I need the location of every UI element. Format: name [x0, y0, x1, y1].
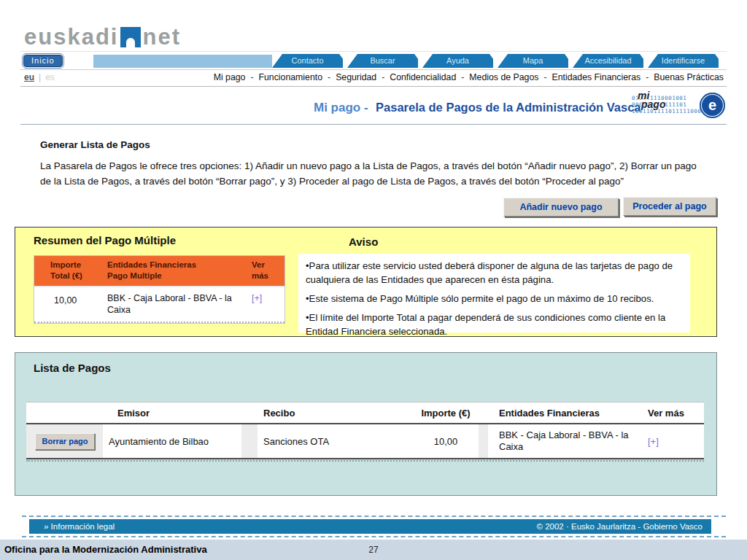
- header-importe: Importe (€): [406, 408, 486, 419]
- intro-paragraph: La Pasarela de Pagos le ofrece tres opci…: [40, 158, 704, 189]
- menu-separator: -: [382, 72, 384, 82]
- dashed-divider: [22, 536, 726, 537]
- logo-text-net: net: [142, 26, 181, 48]
- cell-recibo: Sanciones OTA: [252, 436, 406, 447]
- divider: [20, 86, 727, 87]
- dotted-divider: [26, 460, 704, 462]
- aviso-bullet: •Para utilizar este servicio usted deber…: [306, 259, 683, 287]
- divider: [20, 51, 727, 52]
- tab-accesibilidad[interactable]: Accesibilidad: [573, 54, 643, 68]
- header-importe-total: Importe Total (€): [34, 260, 107, 281]
- page-number: 27: [0, 540, 747, 560]
- cell-entidades: BBK - Caja Laboral - BBVA - la Caixa: [486, 429, 639, 453]
- menu-item-funcionamiento[interactable]: Funcionamiento: [259, 72, 323, 82]
- page-title: Mi pago - Pasarela de Pagos de la Admini…: [314, 101, 641, 115]
- nav-tabs: Contacto Buscar Ayuda Mapa Accesibilidad…: [272, 54, 719, 68]
- cell-importe: 10,00: [406, 436, 486, 447]
- lista-title: Lista de Pagos: [34, 362, 111, 374]
- divider: [20, 124, 727, 125]
- header-emisor: Emisor: [103, 408, 252, 419]
- lista-table-row: Borrar pago Ayuntamiento de Bilbao Sanci…: [26, 424, 704, 458]
- header-entidades-financieras: Entidades Financieras Pago Multiple: [107, 260, 246, 281]
- footer-bar: » Información legal © 2002 · Eusko Jaurl…: [29, 519, 711, 534]
- aviso-bullet: •Este sistema de Pago Múltiple sólo perm…: [306, 292, 683, 306]
- menu-separator: -: [328, 72, 330, 82]
- menu-separator: -: [461, 72, 464, 82]
- menu-row: eu|es Mi pago-Funcionamiento-Seguridad-C…: [24, 72, 724, 82]
- menu-item-confidencialidad[interactable]: Confidencialidad: [390, 72, 456, 82]
- page-title-prefix: Mi pago -: [314, 101, 368, 114]
- menu-item-entidades-financieras[interactable]: Entidades Financieras: [552, 72, 641, 82]
- ver-mas-link[interactable]: [+]: [648, 436, 659, 447]
- header-ver-mas: Ver más: [246, 260, 279, 281]
- home-button-label: Inicio: [23, 55, 63, 67]
- page-title-text: Pasarela de Pagos de la Administración V…: [376, 101, 640, 114]
- cell-emisor: Ayuntamiento de Bilbao: [103, 436, 252, 447]
- tab-mapa[interactable]: Mapa: [498, 54, 568, 68]
- aviso-bullet: •El límite del Importe Total a pagar dep…: [306, 311, 683, 338]
- lista-table-header: Emisor Recibo Importe (€) Entidades Fina…: [26, 402, 704, 424]
- resumen-title: Resumen del Pago Múltiple: [34, 234, 176, 246]
- menu-item-mi-pago[interactable]: Mi pago: [214, 72, 246, 82]
- legal-info-link[interactable]: » Información legal: [44, 522, 115, 531]
- delete-payment-button[interactable]: Borrar pago: [35, 433, 95, 450]
- search-input[interactable]: [93, 55, 272, 68]
- header-ver-mas: Ver más: [639, 408, 704, 419]
- house-icon: [120, 27, 141, 47]
- cell-entidades: BBK - Caja Laboral - BBVA - la Caixa: [107, 292, 246, 316]
- ver-mas-link[interactable]: [+]: [252, 293, 262, 303]
- house-arch: [126, 38, 135, 47]
- language-es-link[interactable]: es: [45, 72, 55, 82]
- cell-gap: [241, 424, 258, 458]
- cell-gap: [479, 424, 488, 458]
- aviso-title: Aviso: [349, 236, 378, 248]
- resumen-table-row: 10,00 BBK - Caja Laboral - BBVA - la Cai…: [34, 287, 285, 321]
- slide: euskadi net Inicio Contacto Buscar Ayuda…: [0, 0, 747, 560]
- logo-text-euskadi: euskadi: [24, 26, 118, 48]
- top-menu: Mi pago-Funcionamiento-Seguridad-Confide…: [214, 72, 724, 82]
- cell-importe-total: 10,00: [34, 292, 107, 316]
- header-recibo: Recibo: [252, 408, 406, 419]
- menu-item-seguridad[interactable]: Seguridad: [336, 72, 376, 82]
- tab-buscar[interactable]: Buscar: [347, 54, 418, 68]
- mipago-logo: 010011110001001 000100110111101 10011011…: [630, 93, 725, 123]
- menu-item-buenas-practicas[interactable]: Buenas Prácticas: [654, 72, 724, 82]
- menu-separator: -: [646, 72, 649, 82]
- home-button[interactable]: Inicio: [22, 53, 64, 69]
- language-separator: |: [39, 72, 41, 82]
- tab-ayuda[interactable]: Ayuda: [422, 54, 493, 68]
- euskadinet-logo: euskadi net: [24, 26, 181, 48]
- add-payment-button[interactable]: Añadir nuevo pago: [503, 198, 619, 217]
- lista-panel: Lista de Pagos Emisor Recibo Importe (€)…: [15, 352, 717, 496]
- tab-contacto[interactable]: Contacto: [272, 54, 343, 68]
- divider: [20, 69, 727, 70]
- menu-separator: -: [543, 72, 546, 82]
- language-switch: eu|es: [24, 72, 55, 82]
- dashed-divider: [22, 516, 726, 517]
- resumen-panel: Resumen del Pago Múltiple Importe Total …: [15, 227, 717, 337]
- language-eu-link[interactable]: eu: [24, 72, 34, 82]
- tab-identificarse[interactable]: Identificarse: [648, 54, 719, 68]
- slide-footer: Oficina para la Modernización Administra…: [0, 540, 747, 560]
- copyright-text: © 2002 · Eusko Jaurlaritza - Gobierno Va…: [536, 522, 703, 531]
- resumen-table-header: Importe Total (€) Entidades Financieras …: [34, 256, 285, 287]
- mipago-logo-pago: pago: [641, 98, 665, 110]
- aviso-box: •Para utilizar este servicio usted deber…: [298, 254, 690, 332]
- proceed-payment-button[interactable]: Proceder al pago: [623, 197, 716, 216]
- resumen-table: Importe Total (€) Entidades Financieras …: [34, 255, 285, 324]
- e-administracion-icon: e: [700, 93, 725, 118]
- menu-separator: -: [250, 72, 253, 82]
- dotted-divider: [34, 322, 285, 323]
- menu-item-medios-de-pagos[interactable]: Medios de Pagos: [469, 72, 538, 82]
- section-heading: Generar Lista de Pagos: [40, 139, 150, 150]
- header-entidades: Entidades Financieras: [486, 408, 639, 419]
- lista-table: Emisor Recibo Importe (€) Entidades Fina…: [26, 402, 704, 459]
